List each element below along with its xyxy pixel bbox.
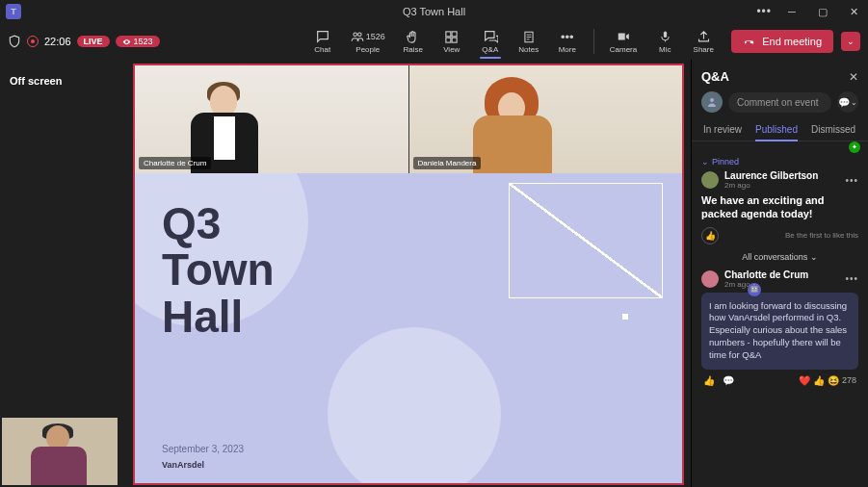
like-hint: Be the first to like this xyxy=(785,231,858,240)
hangup-icon xyxy=(743,35,756,48)
title-more-icon[interactable]: ••• xyxy=(756,5,772,18)
video-tile[interactable]: Charlotte de Crum xyxy=(135,65,409,173)
reaction-count: 278 xyxy=(842,375,856,385)
meeting-toolbar: 22:06 LIVE 1523 Chat 1526 People Raise V… xyxy=(0,23,868,60)
qa-panel: Q&A ✕ Comment on event 💬 In review Publi… xyxy=(691,60,868,487)
qa-heading: Q&A xyxy=(701,69,729,84)
comment-input[interactable]: Comment on event xyxy=(728,92,831,113)
maximize-button[interactable]: ▢ xyxy=(808,0,837,23)
divider xyxy=(593,29,594,54)
minimize-button[interactable]: ─ xyxy=(777,0,806,23)
title-bar: T Q3 Town Hall ••• ─ ▢ ✕ xyxy=(0,0,868,23)
post-more-icon[interactable]: ••• xyxy=(845,175,858,186)
svg-point-9 xyxy=(710,98,714,102)
avatar xyxy=(701,270,719,288)
chat-button[interactable]: Chat xyxy=(306,27,339,56)
offscreen-label: Off screen xyxy=(10,75,62,87)
all-conversations-toggle[interactable]: All conversations ⌄ xyxy=(701,252,858,262)
comment-settings-button[interactable]: 💬 xyxy=(837,91,858,113)
end-meeting-dropdown[interactable]: ⌄ xyxy=(841,32,860,51)
slide-brand: VanArsdel xyxy=(162,460,204,470)
thumbs-reaction-icon[interactable]: 👍 xyxy=(813,375,825,386)
live-badge: LIVE xyxy=(77,36,110,47)
post-author: Charlotte de Crum xyxy=(724,269,808,280)
people-icon: 1526 xyxy=(351,29,385,44)
post-time: 2m ago xyxy=(724,181,818,190)
post-more-icon[interactable]: ••• xyxy=(845,273,858,284)
more-button[interactable]: ••• More xyxy=(551,27,584,56)
close-icon[interactable]: ✕ xyxy=(849,70,858,84)
svg-rect-0 xyxy=(446,31,451,36)
qa-post: Charlotte de Crum 2m ago ••• 🤖 I am look… xyxy=(701,269,858,386)
shared-content-frame: Charlotte de Crum Daniela Mandera Q3 Tow… xyxy=(133,64,684,485)
video-tile[interactable]: Daniela Mandera xyxy=(409,65,683,173)
qa-icon xyxy=(483,29,498,44)
qa-post: Laurence Gilbertson 2m ago ••• We have a… xyxy=(701,170,858,244)
eye-icon xyxy=(122,38,131,46)
chat-icon xyxy=(315,29,330,44)
mic-icon xyxy=(659,29,671,44)
viewer-count-badge: 1523 xyxy=(116,36,160,47)
new-indicator: ✦ xyxy=(849,141,860,153)
people-button[interactable]: 1526 People xyxy=(345,27,391,56)
post-time: 2m ago xyxy=(724,280,808,289)
share-icon xyxy=(697,29,711,44)
chevron-down-icon: ⌄ xyxy=(810,252,818,262)
raise-hand-button[interactable]: Raise xyxy=(397,27,430,56)
comment-bubble: 🤖 I am looking forward to discussing how… xyxy=(701,293,858,370)
elapsed-time: 22:06 xyxy=(44,36,71,47)
camera-icon xyxy=(616,29,631,44)
avatar xyxy=(701,171,719,189)
chevron-down-icon: ⌄ xyxy=(701,157,709,167)
tab-dismissed[interactable]: Dismissed xyxy=(811,124,855,141)
svg-rect-2 xyxy=(446,38,451,42)
more-icon: ••• xyxy=(561,29,574,44)
qa-tabs: In review Published Dismissed xyxy=(692,120,868,141)
status-area: 22:06 LIVE 1523 xyxy=(8,35,160,48)
self-view[interactable] xyxy=(2,418,118,485)
notes-button[interactable]: Notes xyxy=(513,27,545,56)
slide-title: Q3 Town Hall xyxy=(162,200,275,340)
share-button[interactable]: Share xyxy=(687,27,720,56)
hand-icon xyxy=(406,29,420,44)
shield-icon xyxy=(8,35,21,48)
tab-published[interactable]: Published xyxy=(755,124,798,141)
camera-button[interactable]: Camera xyxy=(604,27,643,56)
svg-rect-8 xyxy=(664,32,667,38)
tab-in-review[interactable]: In review xyxy=(703,124,742,141)
qa-button[interactable]: Q&A xyxy=(474,27,507,56)
like-button[interactable]: 👍 xyxy=(703,375,715,386)
teams-app-icon: T xyxy=(6,4,21,19)
heart-reaction-icon[interactable]: ❤️ xyxy=(799,375,810,386)
grid-icon xyxy=(444,29,459,44)
svg-rect-1 xyxy=(452,31,457,36)
slide-date: September 3, 2023 xyxy=(162,444,244,454)
post-author: Laurence Gilbertson xyxy=(724,170,818,181)
end-meeting-button[interactable]: End meeting xyxy=(731,30,833,53)
participant-name: Daniela Mandera xyxy=(413,157,482,169)
avatar xyxy=(701,91,723,113)
view-button[interactable]: View xyxy=(435,27,468,56)
like-button[interactable]: 👍 xyxy=(701,227,719,244)
window-title: Q3 Town Hall xyxy=(403,6,465,17)
post-text: We have an exciting and packed agenda to… xyxy=(701,193,858,221)
laugh-reaction-icon[interactable]: 😆 xyxy=(828,375,839,386)
reply-button[interactable]: 💬 xyxy=(723,375,734,386)
notes-icon xyxy=(522,29,536,44)
video-row: Charlotte de Crum Daniela Mandera xyxy=(135,65,682,173)
participant-name: Charlotte de Crum xyxy=(139,157,211,169)
pinned-label: ⌄ Pinned xyxy=(701,157,858,167)
meeting-stage: Off screen Charlotte de Crum Daniela Man… xyxy=(0,60,691,487)
svg-rect-3 xyxy=(452,38,457,42)
record-icon xyxy=(27,36,39,47)
close-window-button[interactable]: ✕ xyxy=(839,0,868,23)
mic-button[interactable]: Mic xyxy=(648,27,681,56)
bot-badge-icon: 🤖 xyxy=(748,283,761,296)
presentation-slide: Q3 Town Hall September 3, 2023 VanArsdel xyxy=(135,173,682,483)
